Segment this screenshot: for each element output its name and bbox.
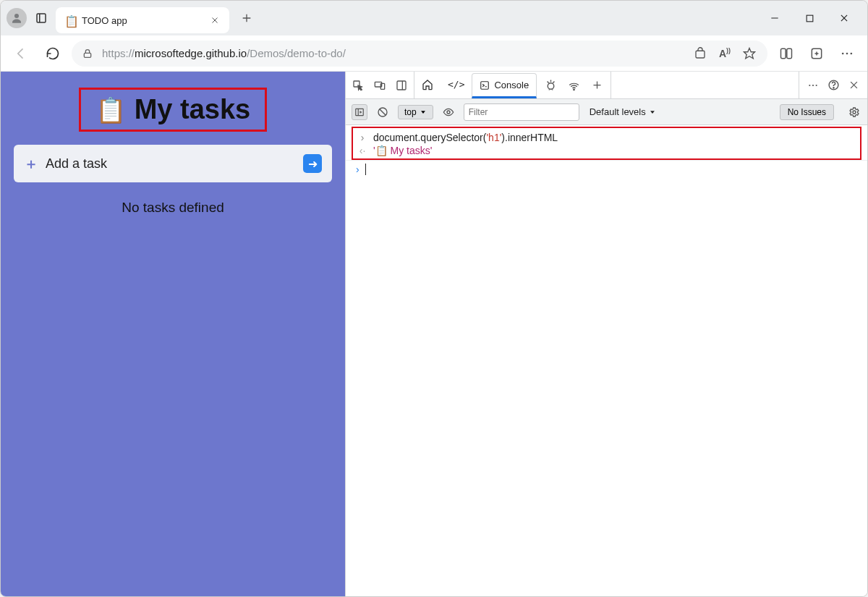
lock-icon[interactable] [82, 48, 95, 59]
plus-icon: ＋ [24, 154, 38, 174]
devtools-help-icon[interactable] [827, 79, 840, 92]
tab-network-conditions-icon[interactable] [567, 79, 580, 92]
console-prompt[interactable]: › [346, 160, 867, 178]
window-titlebar: 📋 TODO app [1, 1, 867, 35]
tab-title: TODO app [82, 15, 203, 26]
tab-console[interactable]: Console [472, 73, 537, 98]
console-input-line: › document.querySelector('h1').innerHTML [357, 131, 856, 144]
execution-context-selector[interactable]: top [398, 105, 433, 119]
prompt-cursor [365, 164, 366, 175]
svg-rect-45 [356, 109, 364, 115]
maximize-button[interactable] [802, 11, 817, 25]
svg-line-48 [380, 109, 386, 115]
back-button[interactable] [8, 41, 34, 67]
read-aloud-icon[interactable]: A)) [715, 41, 734, 67]
minimize-button[interactable] [767, 11, 782, 25]
address-bar[interactable]: https://microsoftedge.github.io/Demos/de… [72, 41, 767, 67]
input-chevron-icon: › [357, 132, 367, 143]
page-heading-highlight: 📋 My tasks [79, 88, 268, 132]
svg-point-21 [851, 52, 853, 54]
svg-point-40 [816, 84, 817, 85]
submit-task-button[interactable]: ➜ [303, 154, 322, 173]
dock-side-icon[interactable] [395, 79, 408, 92]
browser-tab[interactable]: 📋 TODO app [56, 7, 229, 33]
tab-welcome[interactable] [414, 72, 441, 98]
svg-marker-13 [744, 48, 755, 58]
log-levels-selector[interactable]: Default levels [590, 106, 656, 117]
svg-point-42 [833, 88, 833, 88]
svg-rect-14 [781, 48, 786, 58]
tab-console-label: Console [494, 80, 529, 90]
shopping-icon[interactable] [692, 41, 708, 67]
svg-rect-15 [787, 48, 792, 58]
svg-line-31 [547, 82, 548, 83]
page-heading: 📋 My tasks [95, 94, 251, 125]
devtools-tabbar: </> Console [346, 72, 867, 99]
inspect-element-icon[interactable] [352, 79, 365, 92]
clipboard-icon: 📋 [95, 96, 126, 124]
svg-marker-51 [650, 111, 655, 114]
tab-favicon-icon: 📋 [64, 14, 76, 26]
console-output-line: ‹· '📋 My tasks' [357, 144, 856, 157]
console-input-code: document.querySelector('h1').innerHTML [373, 132, 558, 143]
refresh-button[interactable] [40, 41, 66, 67]
output-chevron-icon: ‹· [357, 145, 367, 156]
add-task-input[interactable]: ＋ Add a task ➜ [14, 145, 332, 182]
svg-point-35 [573, 89, 574, 90]
window-controls [767, 11, 861, 25]
no-tasks-label: No tasks defined [9, 200, 336, 216]
svg-rect-25 [397, 81, 406, 90]
console-body[interactable]: › document.querySelector('h1').innerHTML… [346, 125, 867, 596]
svg-rect-12 [696, 51, 705, 58]
console-filterbar: top Default levels No Issues [346, 99, 867, 125]
new-tab-button[interactable] [235, 7, 258, 30]
console-output-value: '📋 My tasks' [373, 145, 432, 156]
svg-point-29 [548, 83, 554, 90]
collections-icon[interactable] [804, 41, 830, 67]
clear-console-icon[interactable] [375, 104, 391, 120]
svg-point-39 [812, 84, 814, 85]
svg-point-50 [447, 111, 450, 114]
tab-issues-icon[interactable] [544, 79, 557, 92]
svg-point-38 [809, 84, 810, 85]
svg-point-19 [842, 52, 844, 54]
svg-line-32 [553, 82, 554, 83]
page-viewport: 📋 My tasks ＋ Add a task ➜ No tasks defin… [1, 72, 345, 596]
add-tab-icon[interactable] [590, 79, 603, 92]
url-text: https://microsoftedge.github.io/Demos/de… [102, 47, 346, 59]
close-window-button[interactable] [837, 11, 851, 25]
devtools-panel: </> Console [345, 72, 867, 596]
svg-marker-49 [421, 111, 425, 114]
devtools-more-icon[interactable] [807, 79, 820, 92]
console-filter-input[interactable] [464, 103, 579, 121]
favorite-icon[interactable] [741, 41, 757, 67]
prompt-chevron-icon: › [356, 164, 359, 175]
svg-point-20 [846, 52, 848, 54]
console-settings-icon[interactable] [847, 106, 861, 118]
devtools-close-icon[interactable] [847, 79, 860, 92]
more-menu-icon[interactable] [834, 41, 860, 67]
tab-actions-icon[interactable] [33, 9, 50, 27]
add-task-placeholder: Add a task [46, 156, 296, 172]
tab-elements[interactable]: </> [441, 72, 472, 98]
console-highlight: › document.querySelector('h1').innerHTML… [352, 127, 861, 160]
svg-point-0 [14, 14, 19, 18]
tab-close-icon[interactable] [209, 14, 221, 26]
svg-rect-1 [37, 14, 46, 22]
device-toolbar-icon[interactable] [373, 79, 386, 92]
split-screen-icon[interactable] [773, 41, 799, 67]
live-expression-icon[interactable] [441, 104, 456, 120]
profile-icon[interactable] [7, 8, 27, 28]
svg-rect-8 [807, 15, 813, 22]
issues-button[interactable]: No Issues [780, 104, 834, 120]
console-sidebar-toggle-icon[interactable] [352, 104, 367, 120]
svg-rect-11 [84, 53, 90, 57]
svg-point-52 [853, 111, 856, 114]
browser-toolbar: https://microsoftedge.github.io/Demos/de… [1, 35, 867, 72]
